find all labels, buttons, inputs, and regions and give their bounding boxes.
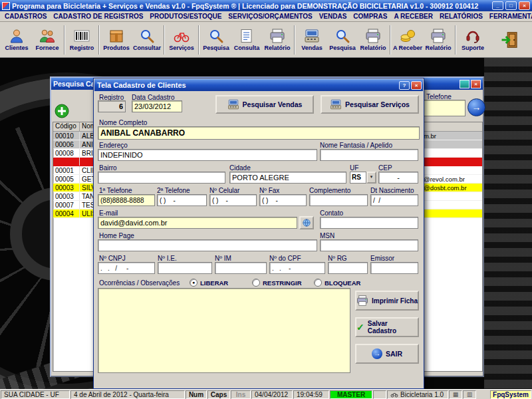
- im-label: Nº IM: [215, 255, 231, 262]
- menu-item-servicos-orcamentos[interactable]: SERVIÇOS/ORÇAMENTOS: [225, 13, 315, 20]
- toolbar-servicos[interactable]: Serviços: [166, 23, 197, 57]
- column-header-codigo: Código: [53, 122, 80, 131]
- maximize-button[interactable]: □: [505, 1, 517, 10]
- menu-item-vendas[interactable]: VENDAS: [316, 13, 350, 20]
- cpf-field[interactable]: [269, 262, 325, 274]
- emissor-field[interactable]: [370, 262, 418, 274]
- barcode-icon: [74, 28, 90, 44]
- app-icon: [2, 2, 10, 10]
- telefone1-label: 1ª Telefone: [99, 187, 132, 194]
- toolbar-sair[interactable]: [495, 23, 525, 57]
- toolbar-relatorio-vendas[interactable]: Relatório: [358, 23, 388, 57]
- dialog-close-button[interactable]: ×: [411, 81, 422, 90]
- cash-register-icon: [304, 28, 320, 44]
- status-spacer: [373, 390, 386, 399]
- dialog-help-button[interactable]: ?: [399, 81, 410, 90]
- add-record-button[interactable]: [54, 103, 70, 119]
- cep-label: CEP: [378, 164, 392, 172]
- nome-fantasia-label: Nome Fantasia / Apelido: [320, 142, 392, 149]
- observacoes-textarea[interactable]: [98, 288, 350, 373]
- ie-field[interactable]: [158, 262, 212, 274]
- toolbar-relatorio-servicos[interactable]: Relatório: [262, 23, 293, 57]
- contato-field[interactable]: [320, 217, 418, 229]
- fax-field[interactable]: [259, 194, 307, 206]
- toolbar-clientes[interactable]: Clientes: [1, 23, 32, 57]
- pesquisar-vendas-button[interactable]: Pesquisar Vendas: [215, 95, 314, 114]
- toolbar-pesquisa-vendas[interactable]: Pesquisa: [327, 23, 358, 57]
- cidade-field[interactable]: [229, 172, 346, 184]
- menu-item-produtos-estoque[interactable]: PRODUTOS/ESTOQUE: [146, 13, 225, 20]
- home-page-field[interactable]: [98, 239, 317, 251]
- toolbar-relatorio-receber[interactable]: Relatório: [423, 23, 454, 57]
- complemento-field[interactable]: [309, 194, 368, 206]
- chain-decoration: [484, 58, 532, 389]
- dt-nascimento-field[interactable]: [370, 194, 418, 206]
- sair-button[interactable]: →SAIR: [355, 344, 419, 364]
- toolbar-separator: [64, 25, 65, 55]
- minimize-button[interactable]: _: [492, 1, 503, 10]
- pesquisa-window-close-button[interactable]: ×: [471, 80, 481, 88]
- radio-bloquear[interactable]: [314, 279, 322, 287]
- pesquisar-servicos-button[interactable]: Pesquisar Serviços: [321, 95, 419, 114]
- send-email-button[interactable]: [299, 216, 314, 229]
- radio-liberar-label[interactable]: LIBERAR: [200, 279, 228, 287]
- pesquisa-window-aux-button[interactable]: [460, 80, 469, 88]
- toolbar-separator: [390, 25, 391, 55]
- search-go-button[interactable]: →: [467, 98, 485, 116]
- ie-label: Nº I.E.: [158, 255, 177, 262]
- toolbar-a-receber[interactable]: A Receber: [392, 23, 423, 57]
- menu-item-compras[interactable]: COMPRAS: [350, 13, 390, 20]
- telefone1-field[interactable]: [98, 194, 155, 206]
- celular-field[interactable]: [209, 194, 257, 206]
- toolbar-produtos[interactable]: Produtos: [101, 23, 132, 57]
- radio-bloquear-label[interactable]: BLOQUEAR: [325, 279, 360, 287]
- imprimir-ficha-button[interactable]: Imprimir Ficha: [355, 291, 419, 311]
- printer-icon: [430, 28, 446, 44]
- radio-restringir-label[interactable]: RESTRINGIR: [263, 279, 302, 287]
- data-cadastro-field[interactable]: [132, 100, 182, 112]
- menu-item-ferramentas[interactable]: FERRAMENTAS: [486, 13, 532, 20]
- cnpj-field[interactable]: [98, 262, 155, 274]
- toolbar-registro[interactable]: Registro: [66, 23, 97, 57]
- bairro-field[interactable]: [98, 172, 225, 184]
- window-title: Programa para Bicicletaria + Serviços e …: [12, 2, 490, 10]
- registro-field[interactable]: [98, 100, 126, 112]
- cnpj-label: Nº CNPJ: [99, 255, 126, 262]
- menu-item-relatorios[interactable]: RELATÓRIOS: [436, 13, 486, 20]
- rg-field[interactable]: [328, 262, 368, 274]
- application-window: Programa para Bicicletaria + Serviços e …: [0, 0, 532, 399]
- check-icon: ✓: [356, 322, 364, 332]
- status-user-badge: MASTER: [330, 390, 372, 399]
- salvar-cadastro-button[interactable]: ✓Salvar Cadastro: [355, 317, 419, 337]
- msn-field[interactable]: [320, 239, 418, 251]
- menu-item-cadastros[interactable]: CADASTROS: [1, 13, 50, 20]
- toolbar-suporte[interactable]: Suporte: [458, 23, 488, 57]
- nome-completo-field[interactable]: [98, 126, 420, 140]
- emissor-label: Emissor: [370, 255, 394, 262]
- toolbar-fornecedores[interactable]: Fornece: [32, 23, 63, 57]
- chevron-down-icon[interactable]: ▼: [366, 172, 376, 184]
- toolbar-separator: [294, 25, 295, 55]
- toolbar-vendas[interactable]: Vendas: [297, 23, 327, 57]
- toolbar-pesquisa-servicos[interactable]: Pesquisa: [201, 23, 231, 57]
- email-field[interactable]: [98, 217, 297, 229]
- menu-item-a-receber[interactable]: A RECEBER: [390, 13, 436, 20]
- close-button[interactable]: ×: [519, 1, 530, 10]
- toolbar-consultar[interactable]: Consultar: [132, 23, 162, 57]
- cep-field[interactable]: [378, 172, 418, 184]
- titlebar: Programa para Bicicletaria + Serviços e …: [0, 0, 532, 11]
- menu-item-cadastro-de-registros[interactable]: CADASTRO DE REGISTROS: [50, 13, 146, 20]
- dialog-title: Tela Cadastro de Clientes: [96, 81, 398, 89]
- radio-restringir[interactable]: [252, 279, 260, 287]
- status-numlock: Num: [186, 390, 207, 399]
- radio-liberar[interactable]: ●: [190, 279, 198, 287]
- telefone2-field[interactable]: [157, 194, 207, 206]
- rg-label: Nº RG: [328, 255, 347, 262]
- dialog-titlebar[interactable]: Tela Cadastro de Clientes ? ×: [94, 79, 423, 91]
- toolbar-consulta-servicos[interactable]: Consulta: [231, 23, 262, 57]
- im-field[interactable]: [215, 262, 267, 274]
- uf-select[interactable]: RS ▼: [350, 172, 376, 184]
- endereco-field[interactable]: [98, 149, 317, 161]
- exit-arrow-icon: →: [372, 348, 382, 359]
- nome-fantasia-field[interactable]: [320, 149, 418, 161]
